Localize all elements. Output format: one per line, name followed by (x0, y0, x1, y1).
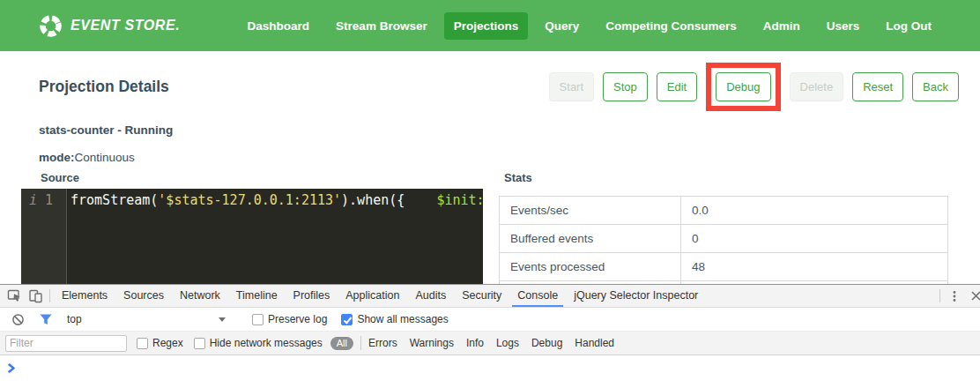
stat-name: Events processed (500, 253, 681, 281)
tab-profiles[interactable]: Profiles (288, 285, 336, 307)
delete-button: Delete (790, 72, 844, 101)
checkbox-unchecked (137, 338, 148, 349)
tab-jquery-selector-inspector[interactable]: jQuery Selector Inspector (568, 285, 703, 307)
device-toolbar-icon[interactable] (25, 285, 46, 307)
tab-application[interactable]: Application (340, 285, 405, 307)
tab-timeline[interactable]: Timeline (231, 285, 283, 307)
console-prompt-chevron-icon (8, 363, 16, 373)
close-icon[interactable] (965, 285, 980, 307)
nav-item-stream-browser[interactable]: Stream Browser (326, 12, 437, 40)
checkbox-checked (341, 314, 353, 325)
preserve-log-checkbox[interactable]: Preserve log (252, 313, 327, 325)
tab-console[interactable]: Console (512, 285, 563, 307)
tab-security[interactable]: Security (457, 285, 507, 307)
checkbox-unchecked (194, 338, 205, 349)
devtools-tab-bar: Elements Sources Network Timeline Profil… (0, 285, 980, 308)
toolbar-divider (360, 336, 361, 350)
event-store-logo-icon (39, 14, 63, 38)
nav-item-admin[interactable]: Admin (754, 12, 810, 40)
code-segment: fromStream( (71, 192, 158, 208)
code-segment: ).when({ (341, 192, 436, 208)
main-nav: Dashboard Stream Browser Projections Que… (238, 12, 941, 40)
line-info-icon: i (29, 191, 37, 284)
mode-label: mode: (39, 151, 75, 164)
console-filter-bar: Regex Hide network messages All Errors W… (0, 332, 980, 355)
debug-button[interactable]: Debug (716, 72, 770, 101)
stats-label: Stats (504, 171, 948, 184)
stat-value: 0 (681, 225, 948, 253)
hide-network-messages-checkbox[interactable]: Hide network messages (194, 337, 323, 349)
filter-input[interactable] (5, 335, 127, 352)
source-section: Source i 1 fromStream('$stats-127.0.0.1:… (21, 171, 483, 284)
table-row: Buffered events 0 (500, 225, 948, 253)
nav-item-query[interactable]: Query (535, 12, 589, 40)
stat-name: Buffered events (500, 225, 681, 253)
regex-checkbox[interactable]: Regex (137, 337, 183, 349)
page-title: Projection Details (39, 78, 169, 96)
line-number: 1 (45, 191, 53, 284)
execution-context-select[interactable]: top (67, 313, 226, 325)
nav-item-log-out[interactable]: Log Out (876, 12, 941, 40)
stats-section: Stats Events/sec 0.0 Buffered events 0 E… (499, 171, 948, 284)
nav-item-dashboard[interactable]: Dashboard (238, 12, 320, 40)
show-all-messages-label: Show all messages (357, 313, 448, 325)
toolbar-divider (939, 289, 940, 302)
nav-item-competing-consumers[interactable]: Competing Consumers (596, 12, 746, 40)
clear-console-icon[interactable] (7, 313, 28, 326)
stop-button[interactable]: Stop (603, 72, 648, 101)
projection-mode: mode:Continuous (39, 151, 959, 164)
reset-button[interactable]: Reset (852, 72, 903, 101)
event-store-logo-text: EVENT STORE. (71, 18, 180, 34)
filter-level-debug[interactable]: Debug (531, 337, 562, 349)
filter-level-errors[interactable]: Errors (368, 337, 397, 349)
code-segment-string: '$stats-127.0.0.1:2113' (158, 192, 341, 208)
filter-level-logs[interactable]: Logs (496, 337, 519, 349)
devtools-panel: Elements Sources Network Timeline Profil… (0, 284, 980, 388)
table-row: Events processed 48 (500, 253, 948, 281)
console-toolbar: top Preserve log Show all messages (0, 308, 980, 332)
regex-label: Regex (152, 337, 183, 349)
stat-value: 48 (681, 253, 948, 281)
filter-level-info[interactable]: Info (466, 337, 484, 349)
toolbar-divider (49, 289, 50, 302)
nav-item-projections[interactable]: Projections (444, 12, 529, 40)
tab-elements[interactable]: Elements (56, 285, 113, 307)
nav-item-users[interactable]: Users (817, 12, 870, 40)
debug-annotation-box: Debug (706, 63, 780, 111)
start-button: Start (549, 72, 594, 101)
hide-network-messages-label: Hide network messages (210, 337, 323, 349)
source-label: Source (41, 171, 483, 184)
projection-actions: Start Stop Edit Debug Delete Reset Back (549, 63, 959, 111)
tab-network[interactable]: Network (174, 285, 226, 307)
edit-button[interactable]: Edit (657, 72, 697, 101)
checkbox-unchecked (252, 314, 264, 325)
preserve-log-label: Preserve log (268, 313, 327, 325)
table-row: Events/sec 0.0 (500, 197, 948, 225)
code-line: fromStream('$stats-127.0.0.1:2113').when… (67, 189, 483, 284)
editor-gutter: i 1 (21, 189, 67, 284)
code-segment-keyword: $init: (436, 192, 483, 208)
filter-all-badge[interactable]: All (330, 337, 353, 350)
event-store-logo[interactable]: EVENT STORE. (39, 14, 180, 38)
show-all-messages-checkbox[interactable]: Show all messages (341, 313, 448, 325)
filter-level-warnings[interactable]: Warnings (410, 337, 454, 349)
code-editor[interactable]: i 1 fromStream('$stats-127.0.0.1:2113').… (21, 189, 483, 284)
top-navigation: EVENT STORE. Dashboard Stream Browser Pr… (0, 0, 980, 51)
stat-name: Events/sec (500, 197, 681, 225)
chevron-down-icon (219, 317, 226, 322)
back-button[interactable]: Back (912, 72, 959, 101)
stat-value: 0.0 (681, 197, 948, 225)
inspect-element-icon[interactable] (4, 285, 25, 307)
main-content: Projection Details Start Stop Edit Debug… (0, 51, 980, 284)
filter-icon[interactable] (35, 314, 56, 325)
tab-sources[interactable]: Sources (118, 285, 169, 307)
stats-table: Events/sec 0.0 Buffered events 0 Events … (499, 196, 948, 284)
mode-value: Continuous (75, 151, 135, 164)
devtools-menu-icon[interactable] (944, 285, 965, 307)
projection-status: stats-counter - Running (39, 123, 959, 137)
console-prompt[interactable] (0, 355, 980, 387)
filter-level-handled[interactable]: Handled (575, 337, 614, 349)
tab-audits[interactable]: Audits (410, 285, 451, 307)
execution-context-value: top (67, 313, 82, 325)
